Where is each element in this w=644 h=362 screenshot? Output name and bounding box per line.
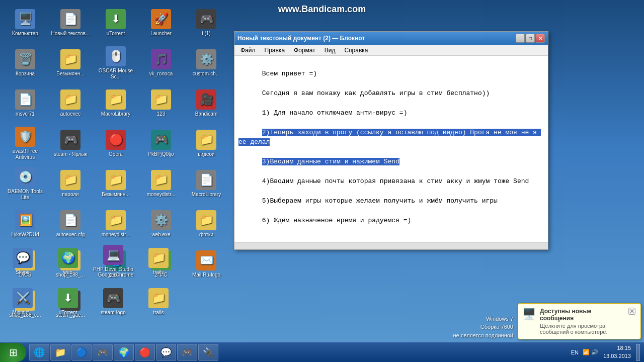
utorrent-icon: ⬇: [106, 9, 126, 29]
start-button[interactable]: ⊞: [0, 343, 26, 362]
icon-label-launcher: Launcher: [150, 31, 172, 37]
tray-volume-icon[interactable]: 🔊: [591, 349, 598, 355]
icon-macrolibrary[interactable]: 📁 MacroLibrary: [93, 83, 138, 123]
menu-view[interactable]: Вид: [320, 46, 340, 55]
window-titlebar: Новый текстовый документ (2) — Блокнот _…: [234, 32, 548, 45]
launcher-icon: 🚀: [151, 9, 171, 29]
heroes-icon: ⚔️: [13, 288, 33, 308]
autoexec-icon: 📁: [60, 89, 80, 110]
oscar-icon: 🖱️: [106, 46, 126, 66]
taskbar-explorer[interactable]: 📁: [50, 344, 70, 361]
icon-web[interactable]: 🌍 web: [45, 241, 91, 282]
icon-label-bezymyan: Безымянн...: [56, 71, 84, 77]
icon-label-computer: Компьютер: [12, 31, 38, 37]
lyksw2dud-icon: 🖼️: [15, 210, 35, 230]
daemon-icon: 💿: [15, 167, 35, 187]
taskbar-ie[interactable]: 🌐: [29, 344, 49, 361]
taskbar-steam2[interactable]: 🎮: [177, 344, 197, 361]
taskbar-steam[interactable]: 🎮: [93, 344, 113, 361]
icon-steam-logo[interactable]: 🎮 steam-logo: [91, 282, 136, 322]
icon-utorrent2[interactable]: ⬇ uTorrent: [45, 282, 91, 322]
icon-label-utorrent2: uTorrent: [59, 310, 77, 316]
minimize-button[interactable]: _: [516, 34, 525, 43]
windows7-genuine: не является подлинной: [453, 331, 513, 340]
icon-daemon[interactable]: 💿 DAEMON Tools Lite: [3, 163, 48, 204]
windows7-edition: Windows 7: [453, 315, 513, 323]
icon-trails2[interactable]: 📁 trails: [136, 282, 181, 322]
icon-bezymyan[interactable]: 📁 Безымянн...: [48, 43, 93, 83]
icon-custom[interactable]: ⚙️ custom-ch...: [184, 43, 229, 83]
notification-icon: 🖥️: [522, 308, 536, 321]
horizontal-scrollbar[interactable]: [234, 242, 548, 249]
show-desktop-button[interactable]: [636, 344, 640, 361]
menu-format[interactable]: Формат: [290, 46, 319, 55]
clock-date: 13.03.2013: [603, 352, 631, 360]
icon-pkbpjq[interactable]: 🎮 РkBPjQ0tjo: [138, 123, 184, 163]
menu-help[interactable]: Справка: [340, 46, 372, 55]
restore-button[interactable]: □: [526, 34, 535, 43]
clock-time: 18:15: [603, 344, 631, 352]
icon-msvcr[interactable]: 📄 msvcr71: [3, 83, 48, 123]
language-indicator[interactable]: EN: [569, 349, 581, 355]
icon-autoexec[interactable]: 📁 autoexec: [48, 83, 93, 123]
taskbar-mediaplayer[interactable]: 🔵: [71, 344, 92, 361]
icon-bezymyan2[interactable]: 📁 Безымянн...: [93, 163, 138, 204]
notepad-window: Новый текстовый документ (2) — Блокнот _…: [234, 31, 548, 250]
icon-opera[interactable]: 🔴 Opera: [93, 123, 138, 163]
icon-paroli[interactable]: 📁 пароли: [48, 163, 93, 204]
icon-moneydistr2[interactable]: 📁 moneydistr...: [93, 204, 138, 244]
icon-heroes[interactable]: ⚔️ Might # _: [0, 282, 45, 322]
icon-steam1[interactable]: 🎮 i (1): [184, 3, 229, 43]
menu-edit[interactable]: Правка: [261, 46, 289, 55]
opera-icon: 🔴: [106, 130, 126, 150]
autoexec-cfg-icon: 📄: [60, 210, 80, 230]
taskbar-network[interactable]: 🔌: [198, 344, 218, 361]
taskbar-opera[interactable]: 🔴: [135, 344, 155, 361]
icon-computer[interactable]: 🖥️ Компьютер: [3, 3, 48, 43]
clock[interactable]: 18:15 13.03.2013: [600, 344, 634, 360]
notification-close-button[interactable]: ✕: [628, 308, 635, 315]
msvcr-icon: 📄: [15, 89, 35, 110]
icon-label-vk: vk_голоса: [149, 71, 173, 77]
icon-moneydistr[interactable]: 📁 moneydistr...: [138, 163, 184, 204]
icon-oscar[interactable]: 🖱️ OSCAR Mouse Sc...: [93, 43, 138, 83]
icon-new-text[interactable]: 📄 Новый текстов...: [48, 3, 93, 43]
notepad-content[interactable]: Всем привет =) Сегодня я вам покажу как …: [234, 56, 548, 242]
taskbar-chrome[interactable]: 🌍: [114, 344, 134, 361]
icon-avast[interactable]: 🛡️ avast! Free Antivirus: [3, 123, 48, 163]
icon-macrolibrary2[interactable]: 📄 MacroLibrary: [184, 163, 229, 204]
icon-lyksw2dud[interactable]: 🖼️ LyksW2DUd: [3, 204, 48, 244]
notification-popup[interactable]: 🖥️ Доступны новые сообщения Щёлкните для…: [518, 303, 641, 339]
bezymyan-icon: 📁: [60, 49, 80, 69]
icon-utorrent[interactable]: ⬇ uTorrent: [93, 3, 138, 43]
icon-korzina[interactable]: 🗑️ Корзина: [3, 43, 48, 83]
paroli-icon: 📁: [60, 170, 80, 190]
icon-autoexec-cfg[interactable]: 📄 autoexec.cfg: [48, 204, 93, 244]
desktop: www.Bandicam.com 🖥️ Компьютер 📄 Новый те…: [0, 0, 644, 362]
taskbar-skype[interactable]: 💬: [156, 344, 176, 361]
icon-bandicam[interactable]: 🎥 Bandicam: [184, 83, 229, 123]
icon-123[interactable]: 📁 123: [138, 83, 184, 123]
icon-label-macrolibrary: MacroLibrary: [101, 111, 130, 117]
videoi-icon: 📁: [196, 130, 216, 150]
macrolibrary2-icon: 📄: [196, 170, 216, 190]
menu-file[interactable]: Файл: [236, 46, 260, 55]
icon-label-skype: Skype: [16, 269, 30, 276]
icon-vk[interactable]: 🎵 vk_голоса: [138, 43, 184, 83]
icon-label-web-exe: web.exe: [151, 232, 170, 238]
icon-trails[interactable]: 📁 trails: [136, 241, 181, 282]
line-5: 4)Вводим данные почты которая привязана …: [262, 177, 529, 185]
icon-label-korzina: Корзина: [16, 71, 35, 77]
icon-fotki[interactable]: 📁 фотки: [184, 204, 229, 244]
icon-steam-yarlyk[interactable]: 🎮 steam - Ярлык: [48, 123, 93, 163]
computer-icon: 🖥️: [15, 9, 35, 29]
icon-videoi[interactable]: 📁 видеои: [184, 123, 229, 163]
icon-launcher[interactable]: 🚀 Launcher: [138, 3, 184, 43]
icon-label-lyksw2dud: LyksW2DUd: [11, 232, 39, 238]
icon-web-exe[interactable]: ⚙️ web.exe: [138, 204, 184, 244]
system-tray: 📶 🔊: [583, 349, 598, 355]
icon-skype[interactable]: 💬 Skype: [0, 241, 45, 282]
close-button[interactable]: ✕: [536, 34, 545, 43]
icon-php-devel[interactable]: 💻 PHP Devel Studio 2.0: [91, 241, 136, 282]
tray-network-icon[interactable]: 📶: [583, 349, 590, 355]
